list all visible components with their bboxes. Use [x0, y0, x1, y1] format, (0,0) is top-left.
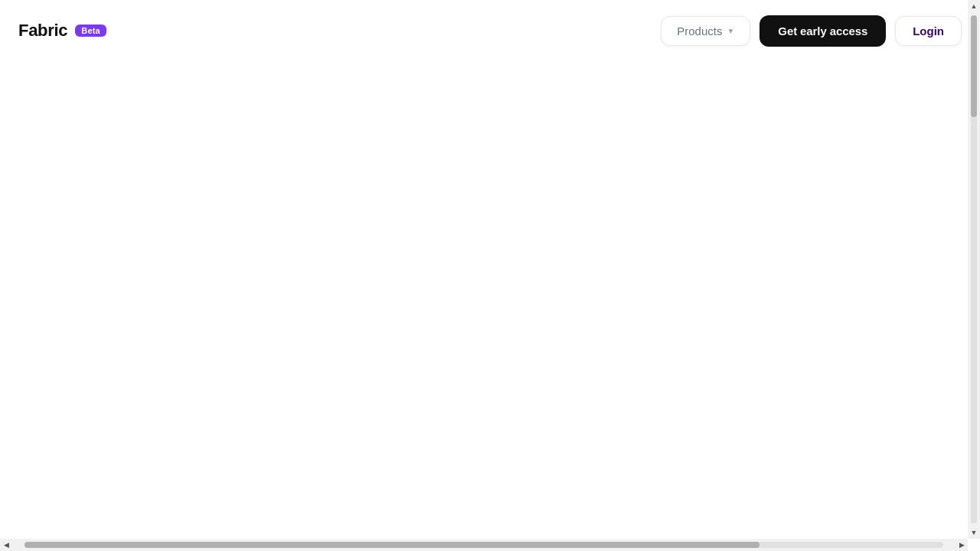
main-content [0, 61, 980, 551]
scroll-right-arrow[interactable]: ▶ [956, 539, 968, 551]
beta-badge: Beta [75, 24, 106, 37]
nav-area: Products ▼ Get early access Login [661, 15, 962, 47]
login-button[interactable]: Login [895, 16, 962, 46]
products-label: Products [677, 24, 722, 37]
right-scrollbar[interactable]: ▲ ▼ [968, 0, 980, 539]
right-scrollbar-thumb [971, 15, 977, 117]
login-label: Login [913, 24, 944, 37]
header: Fabric Beta Products ▼ Get early access … [0, 0, 980, 61]
logo-text: Fabric [18, 21, 67, 41]
bottom-scrollbar-track [24, 542, 943, 548]
scroll-down-arrow[interactable]: ▼ [968, 527, 980, 539]
bottom-scrollbar-thumb [24, 542, 760, 548]
bottom-scrollbar[interactable]: ◀ ▶ [0, 539, 968, 551]
scroll-left-arrow[interactable]: ◀ [0, 539, 12, 551]
products-button[interactable]: Products ▼ [661, 16, 750, 46]
get-early-access-label: Get early access [778, 24, 867, 37]
get-early-access-button[interactable]: Get early access [760, 15, 886, 47]
logo-area: Fabric Beta [18, 21, 106, 41]
right-scrollbar-track [971, 15, 977, 523]
chevron-down-icon: ▼ [727, 27, 734, 35]
scroll-up-arrow[interactable]: ▲ [968, 0, 980, 12]
